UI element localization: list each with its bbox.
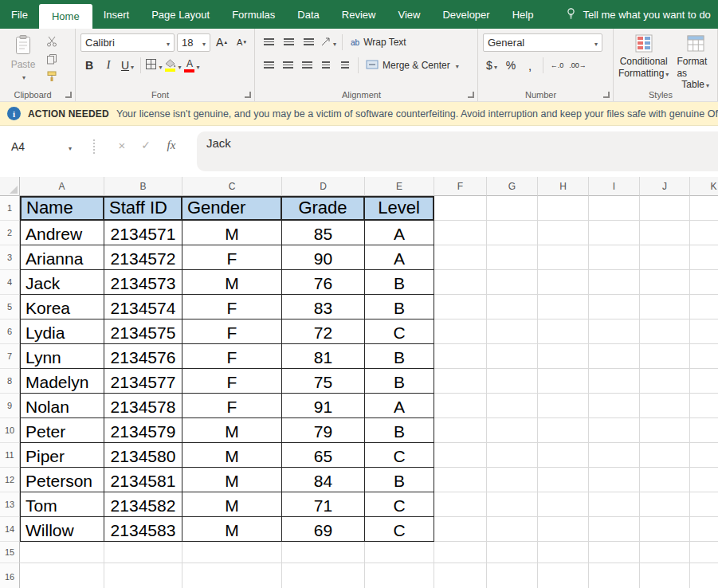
- cell-K4[interactable]: [690, 270, 718, 295]
- column-header-B[interactable]: B: [104, 177, 182, 196]
- cell-B1[interactable]: Staff ID: [104, 196, 182, 221]
- cell-I15[interactable]: [589, 542, 640, 563]
- format-painter-button[interactable]: [43, 71, 61, 84]
- cell-D16[interactable]: [282, 563, 365, 588]
- cell-K5[interactable]: [690, 295, 718, 319]
- cell-F1[interactable]: [434, 196, 487, 221]
- cell-B10[interactable]: 2134579: [104, 418, 182, 443]
- cell-C7[interactable]: F: [182, 344, 282, 369]
- italic-button[interactable]: I: [100, 57, 117, 74]
- select-all-button[interactable]: [0, 177, 20, 196]
- cell-A4[interactable]: Jack: [20, 270, 104, 295]
- row-header-12[interactable]: 12: [0, 468, 20, 492]
- cell-G4[interactable]: [487, 270, 538, 295]
- cell-C13[interactable]: M: [182, 492, 282, 517]
- cell-B8[interactable]: 2134577: [104, 369, 182, 394]
- cell-F4[interactable]: [434, 270, 487, 295]
- cell-K8[interactable]: [690, 369, 718, 394]
- decrease-indent-button[interactable]: [317, 57, 335, 74]
- insert-function-button[interactable]: fx: [163, 139, 180, 152]
- cell-I5[interactable]: [589, 295, 640, 319]
- cell-E15[interactable]: [365, 542, 434, 563]
- tab-formulas[interactable]: Formulas: [221, 0, 286, 29]
- align-bottom-button[interactable]: [300, 33, 317, 51]
- orientation-button[interactable]: [320, 33, 337, 51]
- row-header-5[interactable]: 5: [0, 295, 20, 319]
- decrease-font-button[interactable]: A▾: [233, 33, 250, 51]
- cell-K12[interactable]: [690, 468, 718, 492]
- align-top-button[interactable]: [260, 33, 277, 51]
- cell-G16[interactable]: [487, 563, 538, 588]
- cell-H13[interactable]: [538, 492, 589, 517]
- cell-A11[interactable]: Piper: [20, 443, 104, 468]
- row-header-11[interactable]: 11: [0, 443, 20, 468]
- cell-F3[interactable]: [434, 245, 487, 270]
- wrap-text-button[interactable]: abWrap Text: [347, 33, 410, 51]
- cell-A13[interactable]: Tom: [20, 492, 104, 517]
- row-header-6[interactable]: 6: [0, 319, 20, 344]
- row-header-14[interactable]: 14: [0, 517, 20, 542]
- cell-G6[interactable]: [487, 319, 538, 344]
- cell-C14[interactable]: M: [182, 517, 282, 542]
- increase-font-button[interactable]: A▴: [213, 33, 230, 51]
- cell-A10[interactable]: Peter: [20, 418, 104, 443]
- cell-C6[interactable]: F: [182, 319, 282, 344]
- column-header-D[interactable]: D: [282, 177, 365, 196]
- column-header-A[interactable]: A: [20, 177, 104, 196]
- cancel-icon[interactable]: ×: [113, 139, 131, 152]
- tab-help[interactable]: Help: [501, 0, 545, 29]
- row-header-13[interactable]: 13: [0, 492, 20, 517]
- cell-C3[interactable]: F: [182, 245, 282, 270]
- cell-E5[interactable]: B: [365, 295, 434, 319]
- cell-E9[interactable]: A: [365, 394, 434, 418]
- cell-H16[interactable]: [538, 563, 589, 588]
- cell-C9[interactable]: F: [182, 394, 282, 418]
- row-header-15[interactable]: 15: [0, 542, 20, 563]
- cell-B16[interactable]: [104, 563, 182, 588]
- paste-button[interactable]: Paste: [5, 33, 41, 84]
- tab-file[interactable]: File: [0, 0, 39, 29]
- cell-I10[interactable]: [589, 418, 640, 443]
- cell-B5[interactable]: 2134574: [104, 295, 182, 319]
- cell-D9[interactable]: 91: [282, 394, 365, 418]
- cell-C15[interactable]: [182, 542, 282, 563]
- cell-I12[interactable]: [589, 468, 640, 492]
- cell-E3[interactable]: A: [365, 245, 434, 270]
- number-dialog-launcher-icon[interactable]: [603, 92, 610, 98]
- cell-E14[interactable]: C: [365, 517, 434, 542]
- cell-D4[interactable]: 76: [282, 270, 365, 295]
- cell-B2[interactable]: 2134571: [104, 221, 182, 245]
- cell-E2[interactable]: A: [365, 221, 434, 245]
- cell-I1[interactable]: [589, 196, 640, 221]
- cell-A2[interactable]: Andrew: [20, 221, 104, 245]
- cell-J9[interactable]: [640, 394, 690, 418]
- cell-H5[interactable]: [538, 295, 589, 319]
- cell-A5[interactable]: Korea: [20, 295, 104, 319]
- cell-A3[interactable]: Arianna: [20, 245, 104, 270]
- cell-G2[interactable]: [487, 221, 538, 245]
- cell-A7[interactable]: Lynn: [20, 344, 104, 369]
- fill-color-button[interactable]: [164, 57, 182, 74]
- font-size-select[interactable]: 18: [177, 33, 210, 52]
- name-box[interactable]: A4: [5, 136, 78, 157]
- merge-center-button[interactable]: Merge & Center: [363, 57, 462, 74]
- align-center-button[interactable]: [279, 57, 296, 74]
- cell-K7[interactable]: [690, 344, 718, 369]
- row-header-7[interactable]: 7: [0, 344, 20, 369]
- format-as-table-button[interactable]: Format as Table: [677, 33, 714, 91]
- cell-I13[interactable]: [589, 492, 640, 517]
- cell-H15[interactable]: [538, 542, 589, 563]
- cell-A6[interactable]: Lydia: [20, 319, 104, 344]
- cell-F10[interactable]: [434, 418, 487, 443]
- cell-J7[interactable]: [640, 344, 690, 369]
- cell-J6[interactable]: [640, 319, 690, 344]
- cell-J10[interactable]: [640, 418, 690, 443]
- cell-D7[interactable]: 81: [282, 344, 365, 369]
- cell-F13[interactable]: [434, 492, 487, 517]
- cell-J14[interactable]: [640, 517, 690, 542]
- cell-I3[interactable]: [589, 245, 640, 270]
- comma-style-button[interactable]: ,: [521, 57, 539, 74]
- cell-B11[interactable]: 2134580: [104, 443, 182, 468]
- cell-B3[interactable]: 2134572: [104, 245, 182, 270]
- row-header-1[interactable]: 1: [0, 196, 20, 221]
